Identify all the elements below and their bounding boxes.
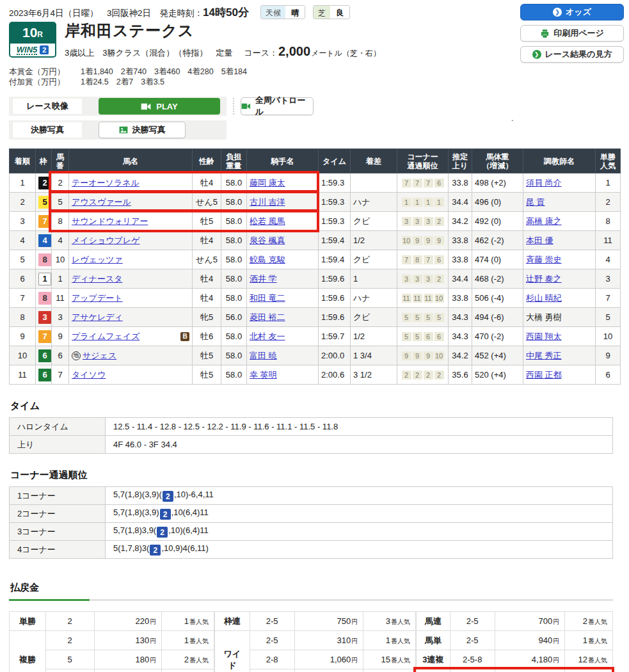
play-button[interactable]: PLAY <box>99 98 220 115</box>
payout-heading-rule <box>9 599 613 601</box>
horse-name-link[interactable]: アサケレディ <box>72 312 123 323</box>
horse-name-cell: テーオーソラネル <box>69 173 193 193</box>
sex-age: せん5 <box>193 250 221 269</box>
payout-amount: 940円 <box>495 631 565 650</box>
sex-age: せん5 <box>193 193 221 212</box>
finish-time: 1:59.4 <box>319 231 351 250</box>
corner-positions: 10999 <box>397 231 449 250</box>
corner-position-chip: 1 <box>434 198 444 207</box>
result-row: 378サウンドウォリアー牡558.0松若 風馬1:59.3クビ333234.24… <box>10 212 621 231</box>
payout-row: 馬単2-5940円1番人気 <box>416 631 612 650</box>
payout-row: 馬連2-5700円2番人気 <box>416 612 612 631</box>
finish-position: 10 <box>10 346 36 365</box>
trainer-link[interactable]: 西園 翔太 <box>526 332 562 341</box>
carried-weight: 58.0 <box>221 193 247 212</box>
result-row: 833アサケレディ牝556.0菱田 裕二1:59.6クビ555534.3494 … <box>10 308 621 327</box>
win-popularity: 10 <box>596 327 621 346</box>
added-prize-line: 付加賞（万円）1着24.52着73着3.5 <box>9 77 620 87</box>
trainer-link[interactable]: 斉藤 崇史 <box>526 255 562 264</box>
trainer-link[interactable]: 辻野 泰之 <box>526 274 562 284</box>
sex-age: 牡4 <box>193 173 221 193</box>
jockey-link[interactable]: 古川 吉洋 <box>250 197 285 207</box>
trainer-link[interactable]: 中尾 秀正 <box>526 351 562 360</box>
margin: クビ <box>351 250 397 269</box>
jockey-link[interactable]: 菱田 裕二 <box>250 312 285 322</box>
corner-section-heading: コーナー通過順位 <box>10 469 620 481</box>
payout-amount-unit: 円 <box>351 637 358 644</box>
payout-amount-value: 1,060 <box>330 655 351 664</box>
horse-name-link[interactable]: アップデート <box>72 292 123 304</box>
jockey-link[interactable]: 酒井 学 <box>250 274 277 284</box>
horse-name-cell: タイソウ <box>69 365 193 385</box>
jockey-link[interactable]: 松若 風馬 <box>250 216 285 226</box>
patrol-video-button[interactable]: 全周パトロール <box>241 97 314 115</box>
jockey-link[interactable]: 北村 友一 <box>250 332 285 341</box>
result-row: 7811アップデート牡458.0和田 竜二1:59.6ハナ1111111033.… <box>10 289 621 308</box>
horse-name-link[interactable]: サウンドウォリアー <box>72 216 148 227</box>
corner-position-chip: 11 <box>402 294 411 303</box>
frame-cell: 4 <box>36 231 52 250</box>
payout-amount: 130円 <box>94 631 162 650</box>
horse-number: 1 <box>52 269 69 289</box>
trainer-link[interactable]: 昆 貢 <box>526 197 545 207</box>
odds-button[interactable]: ❯オッズ <box>520 4 624 20</box>
prize-place: 1着 <box>81 77 93 86</box>
jockey-link[interactable]: 富田 暁 <box>250 351 277 360</box>
frame-number-badge: 2 <box>38 177 51 189</box>
turf-badge: 芝良 <box>313 5 350 19</box>
estimated-rise: 34.3 <box>449 308 472 327</box>
trainer-link[interactable]: 高橋 康之 <box>526 216 562 226</box>
jockey-link[interactable]: 藤岡 康太 <box>250 178 285 188</box>
trainer-link[interactable]: 西園 正都 <box>526 370 562 380</box>
trainer-link[interactable]: 杉山 晴紀 <box>526 293 562 303</box>
prize-money: 本賞金（万円）1着1,8402着7403着4604着2805着184 付加賞（万… <box>0 59 629 87</box>
horse-name-link[interactable]: プライムフェイズ <box>72 331 139 342</box>
horse-name-link[interactable]: サジェス <box>83 350 116 362</box>
corner-positions: 99910 <box>397 346 449 365</box>
estimated-rise: 35.6 <box>449 365 472 385</box>
horse-name-link[interactable]: レヴェッツァ <box>72 254 123 266</box>
trainer-link[interactable]: 本田 優 <box>526 236 553 245</box>
photo-icon <box>119 125 128 134</box>
results-column-header: 馬名 <box>69 149 193 173</box>
results-column-header: 騎手名 <box>247 149 319 173</box>
results-column-header: 調教師名 <box>523 149 596 173</box>
corner-row-label: 3コーナー <box>10 523 106 541</box>
jockey-link[interactable]: 幸 英明 <box>250 370 277 380</box>
jockey-cell: 古川 吉洋 <box>247 193 319 212</box>
payout-selection: 2-5 <box>450 612 495 631</box>
payout-amount-unit: 円 <box>150 618 156 625</box>
payout-row: 枠連2-5750円3番人気 <box>214 612 415 631</box>
carried-weight: 58.0 <box>221 365 247 385</box>
payout-row: 単勝2220円1番人気 <box>10 612 214 631</box>
print-page-button[interactable]: 印刷用ページ <box>520 25 624 42</box>
corner-position-chip: 9 <box>413 351 422 360</box>
frame-cell: 6 <box>36 365 52 385</box>
result-guide-button[interactable]: ❯レース結果の見方 <box>520 46 624 63</box>
corner-position-chip: 5 <box>434 313 444 322</box>
payout-selection: 2-5 <box>250 631 294 650</box>
payout-amount: 1,060円 <box>294 650 363 669</box>
trainer-link[interactable]: 須貝 尚介 <box>526 178 562 188</box>
jockey-link[interactable]: 和田 竜二 <box>250 293 285 303</box>
jockey-link[interactable]: 泉谷 楓真 <box>250 236 285 245</box>
frame-cell: 1 <box>36 269 52 289</box>
payout-amount-value: 940 <box>539 636 553 645</box>
jockey-link[interactable]: 鮫島 克駿 <box>250 255 285 264</box>
trainer-cell: 昆 貢 <box>523 193 596 212</box>
horse-number: 11 <box>52 289 69 308</box>
horse-name-link[interactable]: メイショウブレゲ <box>72 235 139 246</box>
horse-name-link[interactable]: テーオーソラネル <box>72 177 139 189</box>
corner-position-chip: 9 <box>413 236 422 245</box>
horse-name-link[interactable]: ディナースタ <box>72 273 123 285</box>
horse-name-link[interactable]: タイソウ <box>72 369 106 381</box>
time-row-label: 上り <box>10 436 106 454</box>
frame-cell: 5 <box>36 193 52 212</box>
prize-place: 2着 <box>116 77 129 86</box>
finish-time: 1:59.4 <box>319 250 351 269</box>
carried-weight: 58.0 <box>221 250 247 269</box>
horse-name-link[interactable]: アウスヴァール <box>72 196 131 208</box>
race-video-label: レース映像 <box>13 99 82 114</box>
corner-position-chip: 2 <box>434 217 444 226</box>
finish-photo-button[interactable]: 決勝写真 <box>99 122 186 138</box>
